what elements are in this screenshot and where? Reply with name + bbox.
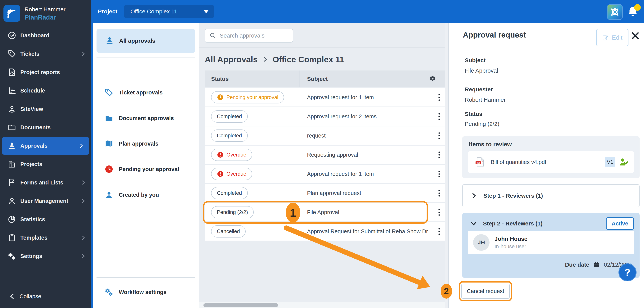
sidebar-item-user-management[interactable]: User Management [0, 192, 91, 210]
divider [199, 47, 448, 47]
chevron-right-icon [81, 51, 86, 56]
clock-icon [217, 94, 224, 101]
account-header: Robert Hammer PlanRadar [4, 5, 88, 23]
stamp-icon [8, 142, 16, 150]
connect-app-button[interactable] [607, 4, 623, 20]
report-icon [8, 68, 16, 76]
user-name: Robert Hammer [24, 6, 66, 13]
sidebar-item-statistics[interactable]: Statistics [0, 210, 91, 228]
sidebar-item-settings[interactable]: Settings [0, 247, 91, 265]
collapse-sidebar-button[interactable]: Collapse [0, 287, 91, 305]
schedule-icon [8, 86, 16, 95]
sidebar-item-projects[interactable]: Projects [0, 155, 91, 173]
kebab-menu-icon[interactable] [433, 152, 445, 158]
active-badge: Active [606, 217, 634, 230]
status-badge: Completed [211, 110, 248, 123]
search-box [205, 29, 293, 42]
sidebar-item-tickets[interactable]: Tickets [0, 45, 91, 63]
sidebar-item-project-reports[interactable]: Project reports [0, 63, 91, 81]
horizontal-scrollbar-track[interactable] [199, 302, 445, 308]
table-row[interactable]: Completed Approval request for 2 items [205, 107, 445, 126]
column-header-status[interactable]: Status [205, 70, 300, 87]
sidebar-item-siteview[interactable]: SiteView [0, 100, 91, 118]
caret-down-icon [204, 10, 209, 13]
horizontal-scrollbar-thumb[interactable] [204, 304, 278, 307]
siteview-icon [8, 105, 16, 113]
workflow-settings-label: Workflow settings [119, 289, 166, 295]
table-row[interactable]: Pending your approval Approval request f… [205, 88, 445, 107]
filter-document-approvals[interactable]: Document approvals [93, 109, 199, 128]
panel-title: Approval request [463, 31, 526, 39]
filter-ticket-approvals[interactable]: Ticket approvals [93, 83, 199, 102]
vertical-scrollbar-track[interactable] [445, 23, 449, 308]
items-to-review-card: Items to review Bill of quantities v4.pd… [462, 136, 640, 178]
workflow-settings-button[interactable]: Workflow settings [93, 283, 199, 302]
sidebar-item-schedule[interactable]: Schedule [0, 82, 91, 100]
review-file-row[interactable]: Bill of quantities v4.pdf V1 [468, 151, 634, 173]
sidebar-item-documents[interactable]: Documents [0, 118, 91, 136]
filter-label: Plan approvals [119, 141, 158, 147]
sidebar-item-forms-and-lists[interactable]: Forms and Lists [0, 173, 91, 191]
edit-button[interactable]: Edit [596, 29, 628, 46]
divider [96, 277, 195, 278]
approvals-filter-sidebar: All approvals Ticket approvals Document … [93, 23, 199, 308]
main-sidebar: Robert Hammer PlanRadar Dashboard Ticket… [0, 0, 91, 308]
building-icon [8, 160, 16, 168]
subject-cell: Requesting approval [300, 152, 433, 158]
project-selector[interactable]: Office Complex 11 [124, 5, 214, 18]
kebab-menu-icon[interactable] [433, 132, 445, 139]
table-row[interactable]: Cancelled Approval Request for Submittal… [205, 222, 445, 241]
filter-all-approvals[interactable]: All approvals [96, 29, 195, 53]
close-icon[interactable] [631, 31, 640, 40]
filter-created-by-you[interactable]: Created by you [93, 185, 199, 204]
notifications-button[interactable] [626, 6, 640, 19]
column-header-subject[interactable]: Subject [300, 70, 422, 87]
kebab-menu-icon[interactable] [433, 113, 445, 120]
table-row[interactable]: Completed Plan approval request [205, 184, 445, 202]
sidebar-item-approvals[interactable]: Approvals [2, 137, 89, 155]
table-row[interactable]: Completed request [205, 126, 445, 145]
items-to-review-title: Items to review [469, 141, 512, 148]
search-icon [209, 32, 216, 39]
sidebar-item-label: Dashboard [20, 32, 49, 39]
kebab-menu-icon[interactable] [433, 209, 445, 216]
person-check-icon [619, 157, 628, 167]
sidebar-item-templates[interactable]: Templates [0, 229, 91, 247]
filter-plan-approvals[interactable]: Plan approvals [93, 134, 199, 153]
step1-header[interactable]: Step 1 - Reviewers (1) [462, 184, 640, 207]
table-row[interactable]: Overdue Requesting approval [205, 146, 445, 164]
cancel-request-button[interactable]: Cancel request [461, 284, 510, 299]
gears-icon [8, 252, 16, 260]
filter-label: Ticket approvals [119, 89, 162, 96]
step2-section: Step 2 - Reviewers (1) Active JH John Ho… [462, 213, 640, 278]
reviewer-card[interactable]: JH John House In-house user [468, 231, 634, 254]
kebab-menu-icon[interactable] [433, 171, 445, 177]
reviewer-role: In-house user [494, 244, 528, 250]
kebab-menu-icon[interactable] [433, 190, 445, 196]
chevron-right-icon [79, 143, 84, 148]
top-bar: Project Office Complex 11 [93, 0, 644, 23]
map-icon [104, 139, 114, 148]
due-date-label: Due date [565, 262, 589, 268]
breadcrumb-current: Office Complex 11 [273, 55, 344, 64]
pencil-icon [602, 34, 609, 41]
project-selector-value: Office Complex 11 [130, 8, 177, 15]
breadcrumb-root[interactable]: All Approvals [205, 55, 258, 64]
search-input[interactable] [219, 32, 289, 39]
table-header: Status Subject [205, 70, 445, 87]
sidebar-item-label: Documents [20, 124, 51, 131]
kebab-menu-icon[interactable] [433, 228, 445, 235]
filter-pending-your-approval[interactable]: Pending your approval [93, 159, 199, 179]
folder-icon [104, 114, 114, 123]
flag-icon [8, 178, 16, 187]
sidebar-item-dashboard[interactable]: Dashboard [0, 26, 91, 44]
table-row[interactable]: Overdue Approval request for 1 item [205, 165, 445, 183]
table-settings-button[interactable] [422, 70, 445, 87]
logo-swirl-icon [6, 8, 18, 19]
kebab-menu-icon[interactable] [433, 94, 445, 101]
requester-value: Robert Hammer [465, 97, 506, 103]
subject-cell: request [300, 133, 433, 139]
help-button[interactable]: ? [618, 263, 636, 281]
table-row-highlighted[interactable]: Pending (2/2) File Approval [205, 203, 445, 221]
chevron-right-icon [471, 192, 477, 199]
